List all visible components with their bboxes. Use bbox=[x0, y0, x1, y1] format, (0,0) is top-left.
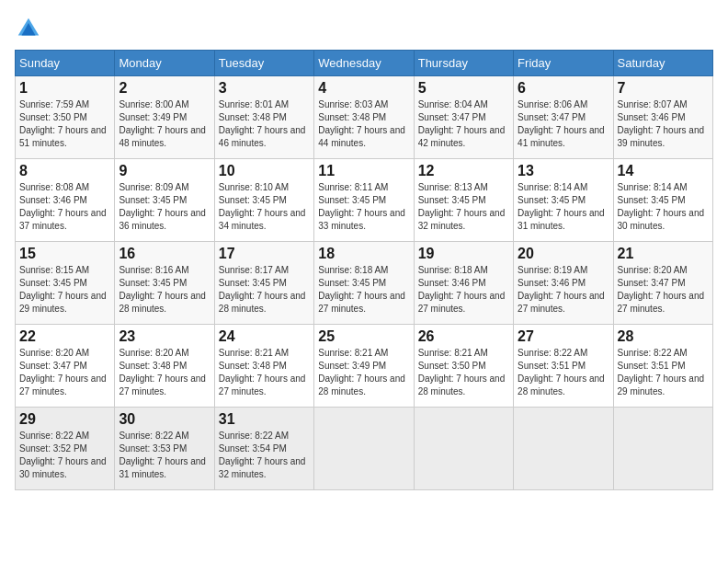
day-number: 24 bbox=[219, 328, 310, 345]
day-number: 13 bbox=[518, 163, 609, 179]
calendar-cell: 7 Sunrise: 8:07 AMSunset: 3:46 PMDayligh… bbox=[613, 76, 712, 159]
calendar-cell bbox=[514, 408, 613, 490]
weekday-header: Thursday bbox=[414, 51, 513, 76]
day-info: Sunrise: 8:21 AMSunset: 3:50 PMDaylight:… bbox=[418, 348, 506, 396]
day-number: 22 bbox=[19, 328, 110, 345]
calendar-cell: 27 Sunrise: 8:22 AMSunset: 3:51 PMDaylig… bbox=[514, 325, 613, 408]
day-info: Sunrise: 8:06 AMSunset: 3:47 PMDaylight:… bbox=[518, 99, 605, 148]
calendar-cell bbox=[314, 408, 414, 490]
calendar-cell: 17 Sunrise: 8:17 AMSunset: 3:45 PMDaylig… bbox=[214, 242, 313, 325]
calendar-cell: 12 Sunrise: 8:13 AMSunset: 3:45 PMDaylig… bbox=[414, 159, 513, 242]
day-number: 9 bbox=[119, 163, 210, 179]
calendar-cell: 14 Sunrise: 8:14 AMSunset: 3:45 PMDaylig… bbox=[613, 159, 712, 242]
day-info: Sunrise: 8:18 AMSunset: 3:45 PMDaylight:… bbox=[318, 265, 405, 314]
day-info: Sunrise: 8:21 AMSunset: 3:48 PMDaylight:… bbox=[219, 348, 306, 396]
day-number: 15 bbox=[19, 246, 110, 262]
day-number: 12 bbox=[418, 163, 509, 179]
day-number: 2 bbox=[119, 80, 210, 97]
day-info: Sunrise: 8:09 AMSunset: 3:45 PMDaylight:… bbox=[119, 182, 206, 231]
day-number: 5 bbox=[418, 80, 509, 97]
calendar-cell bbox=[414, 408, 513, 490]
day-number: 11 bbox=[318, 163, 409, 179]
calendar-cell: 9 Sunrise: 8:09 AMSunset: 3:45 PMDayligh… bbox=[115, 159, 214, 242]
day-number: 14 bbox=[618, 163, 709, 179]
day-info: Sunrise: 8:22 AMSunset: 3:51 PMDaylight:… bbox=[518, 348, 605, 396]
calendar-cell: 15 Sunrise: 8:15 AMSunset: 3:45 PMDaylig… bbox=[16, 242, 115, 325]
calendar-cell: 4 Sunrise: 8:03 AMSunset: 3:48 PMDayligh… bbox=[314, 76, 414, 159]
day-number: 28 bbox=[618, 328, 709, 345]
day-info: Sunrise: 8:22 AMSunset: 3:52 PMDaylight:… bbox=[19, 431, 107, 479]
day-info: Sunrise: 8:17 AMSunset: 3:45 PMDaylight:… bbox=[219, 265, 306, 314]
logo bbox=[15, 15, 46, 42]
day-info: Sunrise: 8:20 AMSunset: 3:47 PMDaylight:… bbox=[618, 265, 705, 314]
day-number: 18 bbox=[318, 246, 409, 262]
calendar-cell: 26 Sunrise: 8:21 AMSunset: 3:50 PMDaylig… bbox=[414, 325, 513, 408]
day-number: 19 bbox=[418, 246, 509, 262]
day-info: Sunrise: 8:01 AMSunset: 3:48 PMDaylight:… bbox=[219, 99, 306, 148]
calendar: SundayMondayTuesdayWednesdayThursdayFrid… bbox=[15, 50, 713, 490]
calendar-cell: 13 Sunrise: 8:14 AMSunset: 3:45 PMDaylig… bbox=[514, 159, 613, 242]
day-info: Sunrise: 8:22 AMSunset: 3:54 PMDaylight:… bbox=[219, 431, 306, 479]
weekday-header: Sunday bbox=[16, 51, 115, 76]
day-info: Sunrise: 8:20 AMSunset: 3:47 PMDaylight:… bbox=[19, 348, 107, 396]
header bbox=[15, 15, 713, 42]
calendar-cell: 28 Sunrise: 8:22 AMSunset: 3:51 PMDaylig… bbox=[613, 325, 712, 408]
calendar-cell: 20 Sunrise: 8:19 AMSunset: 3:46 PMDaylig… bbox=[514, 242, 613, 325]
day-number: 26 bbox=[418, 328, 509, 345]
calendar-cell: 8 Sunrise: 8:08 AMSunset: 3:46 PMDayligh… bbox=[16, 159, 115, 242]
day-number: 31 bbox=[219, 411, 310, 428]
logo-icon bbox=[15, 15, 42, 42]
day-number: 4 bbox=[318, 80, 409, 97]
day-info: Sunrise: 7:59 AMSunset: 3:50 PMDaylight:… bbox=[19, 99, 107, 148]
day-info: Sunrise: 8:20 AMSunset: 3:48 PMDaylight:… bbox=[119, 348, 206, 396]
calendar-cell bbox=[613, 408, 712, 490]
day-info: Sunrise: 8:22 AMSunset: 3:53 PMDaylight:… bbox=[119, 431, 206, 479]
day-number: 30 bbox=[119, 411, 210, 428]
day-info: Sunrise: 8:22 AMSunset: 3:51 PMDaylight:… bbox=[618, 348, 705, 396]
weekday-header: Friday bbox=[514, 51, 613, 76]
calendar-cell: 18 Sunrise: 8:18 AMSunset: 3:45 PMDaylig… bbox=[314, 242, 414, 325]
day-number: 25 bbox=[318, 328, 409, 345]
day-info: Sunrise: 8:08 AMSunset: 3:46 PMDaylight:… bbox=[19, 182, 107, 231]
calendar-cell: 25 Sunrise: 8:21 AMSunset: 3:49 PMDaylig… bbox=[314, 325, 414, 408]
day-number: 10 bbox=[219, 163, 310, 179]
calendar-cell: 1 Sunrise: 7:59 AMSunset: 3:50 PMDayligh… bbox=[16, 76, 115, 159]
day-info: Sunrise: 8:19 AMSunset: 3:46 PMDaylight:… bbox=[518, 265, 605, 314]
weekday-header: Monday bbox=[115, 51, 214, 76]
day-info: Sunrise: 8:18 AMSunset: 3:46 PMDaylight:… bbox=[418, 265, 506, 314]
day-info: Sunrise: 8:16 AMSunset: 3:45 PMDaylight:… bbox=[119, 265, 206, 314]
calendar-cell: 31 Sunrise: 8:22 AMSunset: 3:54 PMDaylig… bbox=[214, 408, 313, 490]
weekday-header: Wednesday bbox=[314, 51, 414, 76]
calendar-cell: 21 Sunrise: 8:20 AMSunset: 3:47 PMDaylig… bbox=[613, 242, 712, 325]
calendar-cell: 22 Sunrise: 8:20 AMSunset: 3:47 PMDaylig… bbox=[16, 325, 115, 408]
day-number: 17 bbox=[219, 246, 310, 262]
day-info: Sunrise: 8:07 AMSunset: 3:46 PMDaylight:… bbox=[618, 99, 705, 148]
day-info: Sunrise: 8:21 AMSunset: 3:49 PMDaylight:… bbox=[318, 348, 405, 396]
day-info: Sunrise: 8:11 AMSunset: 3:45 PMDaylight:… bbox=[318, 182, 405, 231]
day-number: 20 bbox=[518, 246, 609, 262]
day-number: 1 bbox=[19, 80, 110, 97]
day-number: 27 bbox=[518, 328, 609, 345]
day-info: Sunrise: 8:00 AMSunset: 3:49 PMDaylight:… bbox=[119, 99, 206, 148]
day-info: Sunrise: 8:13 AMSunset: 3:45 PMDaylight:… bbox=[418, 182, 506, 231]
calendar-cell: 23 Sunrise: 8:20 AMSunset: 3:48 PMDaylig… bbox=[115, 325, 214, 408]
day-info: Sunrise: 8:14 AMSunset: 3:45 PMDaylight:… bbox=[518, 182, 605, 231]
day-number: 23 bbox=[119, 328, 210, 345]
calendar-cell: 6 Sunrise: 8:06 AMSunset: 3:47 PMDayligh… bbox=[514, 76, 613, 159]
day-number: 21 bbox=[618, 246, 709, 262]
calendar-cell: 24 Sunrise: 8:21 AMSunset: 3:48 PMDaylig… bbox=[214, 325, 313, 408]
weekday-header: Saturday bbox=[613, 51, 712, 76]
calendar-cell: 2 Sunrise: 8:00 AMSunset: 3:49 PMDayligh… bbox=[115, 76, 214, 159]
calendar-cell: 19 Sunrise: 8:18 AMSunset: 3:46 PMDaylig… bbox=[414, 242, 513, 325]
calendar-cell: 29 Sunrise: 8:22 AMSunset: 3:52 PMDaylig… bbox=[16, 408, 115, 490]
calendar-cell: 3 Sunrise: 8:01 AMSunset: 3:48 PMDayligh… bbox=[214, 76, 313, 159]
day-number: 8 bbox=[19, 163, 110, 179]
calendar-cell: 5 Sunrise: 8:04 AMSunset: 3:47 PMDayligh… bbox=[414, 76, 513, 159]
day-number: 6 bbox=[518, 80, 609, 97]
day-info: Sunrise: 8:14 AMSunset: 3:45 PMDaylight:… bbox=[618, 182, 705, 231]
calendar-cell: 11 Sunrise: 8:11 AMSunset: 3:45 PMDaylig… bbox=[314, 159, 414, 242]
day-info: Sunrise: 8:04 AMSunset: 3:47 PMDaylight:… bbox=[418, 99, 506, 148]
day-number: 29 bbox=[19, 411, 110, 428]
weekday-header: Tuesday bbox=[214, 51, 313, 76]
day-number: 3 bbox=[219, 80, 310, 97]
